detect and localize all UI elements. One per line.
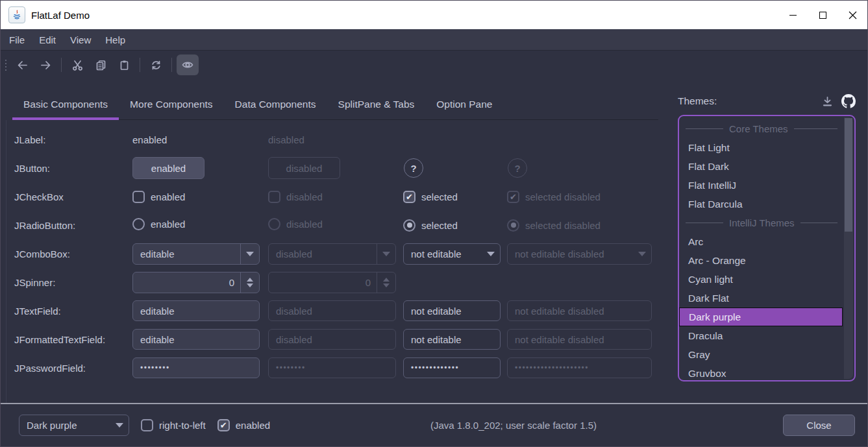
download-button[interactable] bbox=[821, 95, 834, 108]
tab-more-components[interactable]: More Components bbox=[119, 79, 224, 119]
cut-icon bbox=[71, 59, 84, 71]
enabled-checkbox[interactable]: ✔ enabled bbox=[217, 419, 270, 431]
spinner-up-icon[interactable] bbox=[247, 278, 253, 282]
menu-view[interactable]: View bbox=[63, 29, 98, 50]
menubar: File Edit View Help bbox=[1, 29, 867, 51]
back-button[interactable] bbox=[11, 54, 33, 75]
textfield-not-editable[interactable]: not editable bbox=[403, 300, 501, 321]
theme-item-flat-light[interactable]: Flat Light bbox=[679, 138, 843, 157]
close-icon bbox=[849, 11, 857, 19]
toolbar-separator bbox=[140, 58, 140, 72]
row-label: JLabel: bbox=[14, 134, 132, 145]
formatted-textfield-not-editable[interactable]: not editable bbox=[403, 329, 501, 350]
spinner-down-icon[interactable] bbox=[247, 284, 253, 287]
close-button[interactable]: Close bbox=[783, 415, 855, 436]
titlebar: FlatLaf Demo bbox=[1, 1, 867, 29]
theme-item-flat-intellij[interactable]: Flat IntelliJ bbox=[679, 176, 843, 195]
radio-selected-icon bbox=[507, 219, 519, 232]
radio-selected[interactable]: selected bbox=[403, 219, 458, 232]
cut-button[interactable] bbox=[66, 54, 88, 75]
maximize-icon bbox=[819, 12, 826, 19]
theme-item-flat-dark[interactable]: Flat Dark bbox=[679, 157, 843, 176]
checkbox-selected[interactable]: ✔selected bbox=[403, 191, 458, 203]
enabled-button[interactable]: enabled bbox=[132, 157, 205, 179]
passwordfield-not-editable-disabled: •••••••••••••••••••• bbox=[507, 357, 652, 378]
textfield-not-editable-disabled: not editable disabled bbox=[507, 300, 652, 321]
checkbox-icon: ✔ bbox=[132, 191, 145, 203]
tab-option-pane[interactable]: Option Pane bbox=[425, 79, 503, 119]
tabbed-pane: Basic Components More Components Data Co… bbox=[6, 79, 658, 403]
menu-help[interactable]: Help bbox=[98, 29, 132, 50]
chevron-down-icon bbox=[377, 244, 395, 264]
chevron-down-icon bbox=[481, 244, 500, 264]
checkbox-checked-icon: ✔ bbox=[403, 191, 415, 203]
theme-item-cyan-light[interactable]: Cyan light bbox=[679, 270, 843, 289]
right-to-left-checkbox[interactable]: ✔ right-to-left bbox=[141, 419, 206, 431]
minimize-button[interactable] bbox=[778, 1, 808, 29]
theme-item-gray[interactable]: Gray bbox=[679, 345, 843, 364]
theme-item-arc-orange[interactable]: Arc - Orange bbox=[679, 251, 843, 270]
jspinner-row: JSpinner: 0 0 bbox=[14, 268, 658, 296]
passwordfield-editable[interactable]: •••••••• bbox=[132, 357, 260, 378]
jcombobox-row: JComboBox: editable disabled not editabl… bbox=[14, 239, 658, 268]
scrollbar-thumb[interactable] bbox=[845, 118, 852, 232]
toolbar-grip[interactable] bbox=[5, 60, 6, 71]
theme-item-arc[interactable]: Arc bbox=[679, 232, 843, 251]
tab-data-components[interactable]: Data Components bbox=[224, 79, 327, 119]
copy-button[interactable] bbox=[90, 54, 112, 75]
spinner-arrows bbox=[377, 272, 395, 293]
theme-item-dark-flat[interactable]: Dark Flat bbox=[679, 289, 843, 308]
radio-enabled[interactable]: enabled bbox=[132, 218, 185, 230]
jpasswordfield-row: JPasswordField: •••••••• •••••••• ••••••… bbox=[14, 354, 658, 382]
eye-icon bbox=[181, 58, 194, 71]
jlabel-disabled: disabled bbox=[268, 134, 396, 145]
help-button-disabled: ? bbox=[508, 158, 527, 178]
theme-item-dracula[interactable]: Dracula bbox=[679, 326, 843, 345]
paste-button[interactable] bbox=[113, 54, 135, 75]
java-app-icon bbox=[8, 6, 25, 23]
menu-file[interactable]: File bbox=[2, 29, 32, 50]
jradiobutton-row: JRadioButton: enabled disabled selected … bbox=[14, 211, 658, 239]
combobox-editable[interactable]: editable bbox=[132, 243, 260, 265]
chevron-down-icon[interactable] bbox=[240, 244, 259, 264]
textfield-editable[interactable]: editable bbox=[132, 300, 260, 321]
tab-basic-components[interactable]: Basic Components bbox=[12, 79, 119, 119]
formatted-textfield-editable[interactable]: editable bbox=[132, 329, 260, 350]
theme-item-gruvbox[interactable]: Gruvbox bbox=[679, 364, 843, 381]
spinner-enabled[interactable]: 0 bbox=[132, 272, 260, 293]
tab-splitpane-tabs[interactable]: SplitPane & Tabs bbox=[327, 79, 426, 119]
chevron-down-icon bbox=[110, 415, 129, 435]
maximize-button[interactable] bbox=[808, 1, 837, 29]
checkbox-checked-icon: ✔ bbox=[217, 419, 230, 431]
checkbox-selected-disabled: ✔selected disabled bbox=[507, 191, 601, 203]
status-text: (Java 1.8.0_202; user scale factor 1.5) bbox=[430, 420, 597, 431]
themes-panel: Themes: Core Themes Flat bbox=[658, 79, 867, 403]
help-button[interactable]: ? bbox=[404, 158, 423, 178]
theme-item-flat-darcula[interactable]: Flat Darcula bbox=[679, 195, 843, 213]
theme-select-combobox[interactable]: Dark purple bbox=[19, 415, 129, 436]
spinner-disabled: 0 bbox=[268, 272, 396, 293]
checkbox-enabled[interactable]: ✔enabled bbox=[132, 191, 185, 203]
combobox-not-editable[interactable]: not editable bbox=[403, 243, 501, 265]
show-toggle-button[interactable] bbox=[177, 54, 199, 75]
passwordfield-not-editable[interactable]: ••••••••••••• bbox=[403, 357, 501, 378]
close-window-button[interactable] bbox=[837, 1, 867, 29]
menu-edit[interactable]: Edit bbox=[32, 29, 63, 50]
row-label: JButton: bbox=[14, 163, 132, 174]
row-label: JSpinner: bbox=[14, 277, 132, 288]
passwordfield-disabled: •••••••• bbox=[268, 357, 396, 378]
radio-selected-disabled: selected disabled bbox=[507, 219, 601, 232]
theme-item-dark-purple-selected[interactable]: Dark purple bbox=[679, 308, 843, 326]
checkbox-disabled: ✔disabled bbox=[268, 191, 323, 203]
forward-button[interactable] bbox=[34, 54, 56, 75]
spinner-arrows[interactable] bbox=[240, 272, 259, 293]
combobox-disabled: disabled bbox=[268, 243, 396, 265]
refresh-button[interactable] bbox=[145, 54, 167, 75]
themes-scrollbar[interactable] bbox=[844, 117, 853, 379]
checkbox-checked-icon: ✔ bbox=[507, 191, 519, 203]
github-button[interactable] bbox=[841, 94, 856, 108]
row-label: JRadioButton: bbox=[14, 220, 132, 231]
jcheckbox-row: JCheckBox ✔enabled ✔disabled ✔selected ✔… bbox=[14, 182, 658, 211]
basic-components-panel: JLabel: enabled disabled JButton: enable… bbox=[6, 120, 658, 403]
checkbox-icon: ✔ bbox=[141, 419, 153, 431]
